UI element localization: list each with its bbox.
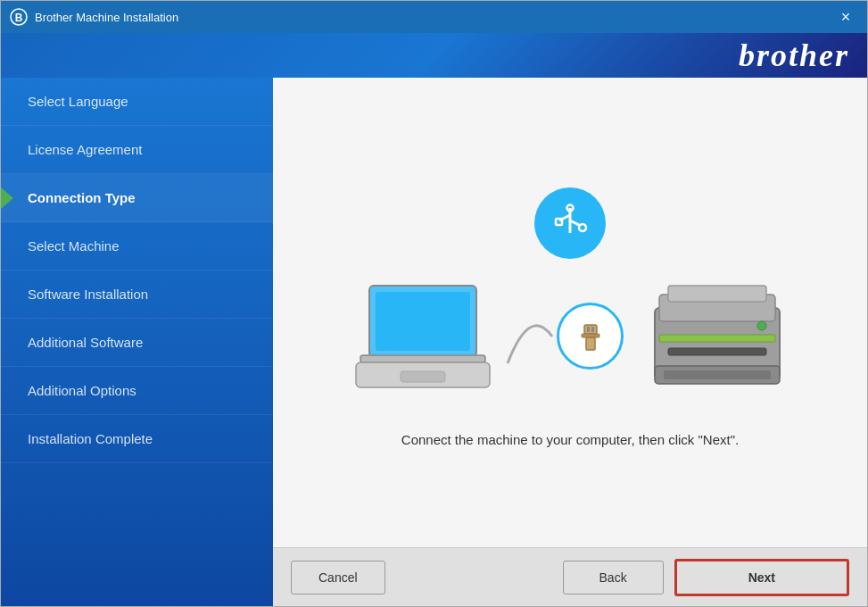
- svg-rect-20: [668, 286, 766, 302]
- laptop-svg: [351, 277, 494, 393]
- connection-arc-svg: [503, 301, 557, 372]
- svg-rect-10: [360, 355, 485, 362]
- sidebar: Select Language License Agreement Connec…: [1, 78, 273, 606]
- header: brother: [1, 33, 867, 78]
- window-title: Brother Machine Installation: [35, 11, 833, 24]
- svg-rect-13: [584, 325, 597, 334]
- svg-point-6: [579, 224, 586, 231]
- sidebar-item-additional-software[interactable]: Additional Software: [1, 319, 273, 367]
- content-area: Connect the machine to your computer, th…: [273, 78, 867, 547]
- cancel-button[interactable]: Cancel: [291, 561, 385, 595]
- sidebar-item-license-agreement[interactable]: License Agreement: [1, 126, 273, 174]
- sidebar-item-software-installation[interactable]: Software Installation: [1, 270, 273, 319]
- devices-row: [309, 277, 831, 396]
- svg-rect-17: [591, 327, 594, 332]
- main-content: Select Language License Agreement Connec…: [1, 78, 867, 606]
- svg-rect-22: [668, 348, 766, 355]
- sidebar-item-additional-options[interactable]: Additional Options: [1, 367, 273, 415]
- title-bar: B Brother Machine Installation ×: [1, 1, 867, 33]
- sidebar-item-connection-type[interactable]: Connection Type: [1, 174, 273, 222]
- svg-rect-12: [401, 371, 445, 382]
- svg-text:B: B: [15, 12, 23, 24]
- usb-connector-circle: [557, 303, 624, 370]
- back-button[interactable]: Back: [563, 561, 664, 595]
- usb-icon-circle: [534, 187, 606, 259]
- svg-point-25: [757, 321, 766, 330]
- app-icon: B: [10, 8, 28, 26]
- usb-port-icon: [572, 318, 609, 355]
- svg-rect-15: [586, 337, 595, 350]
- laptop-illustration: [351, 277, 494, 396]
- instruction-text: Connect the machine to your computer, th…: [401, 432, 739, 447]
- brother-logo: brother: [739, 37, 849, 74]
- sidebar-item-select-machine[interactable]: Select Machine: [1, 222, 273, 270]
- usb-symbol-icon: [550, 201, 590, 245]
- svg-rect-21: [659, 335, 775, 342]
- svg-rect-16: [587, 327, 590, 332]
- main-window: B Brother Machine Installation × brother…: [0, 0, 868, 607]
- sidebar-item-select-language[interactable]: Select Language: [1, 78, 273, 126]
- svg-rect-24: [664, 370, 771, 379]
- printer-illustration: [646, 277, 789, 396]
- svg-rect-9: [376, 292, 470, 351]
- printer-svg: [646, 277, 789, 393]
- sidebar-item-installation-complete[interactable]: Installation Complete: [1, 415, 273, 463]
- right-panel: Connect the machine to your computer, th…: [273, 78, 867, 606]
- svg-rect-4: [556, 219, 562, 225]
- illustration: Connect the machine to your computer, th…: [309, 187, 831, 447]
- button-bar: Cancel Back Next: [273, 547, 867, 606]
- close-button[interactable]: ×: [833, 4, 858, 29]
- next-button[interactable]: Next: [674, 559, 849, 596]
